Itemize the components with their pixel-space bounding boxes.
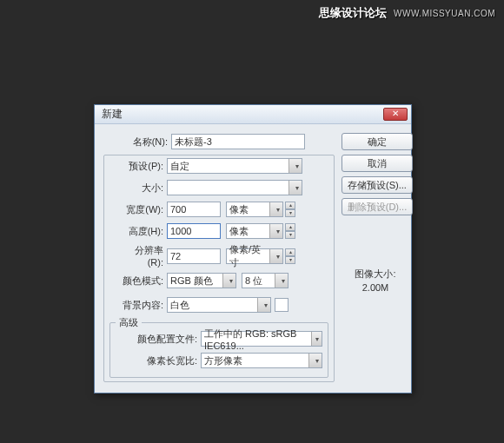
width-unit-value: 像素 [229, 203, 249, 216]
width-stepper[interactable]: ▴▾ [285, 202, 295, 217]
resolution-stepper[interactable]: ▴▾ [285, 248, 295, 264]
watermark-text: 思缘设计论坛 [319, 6, 387, 19]
colormode-select[interactable]: RGB 颜色 ▾ [167, 273, 236, 288]
name-input[interactable] [171, 134, 305, 149]
preset-label: 预设(P): [109, 160, 167, 173]
save-preset-button[interactable]: 存储预设(S)... [342, 176, 413, 194]
chevron-down-icon: ▾ [276, 206, 280, 214]
bg-color-swatch[interactable] [275, 298, 288, 312]
profile-label: 颜色配置文件: [116, 333, 201, 346]
image-size-value: 2.00M [342, 282, 409, 293]
new-document-dialog: 新建 ✕ 名称(N): 预设(P): 自定 ▾ 大小: [94, 104, 412, 393]
bitdepth-value: 8 位 [245, 274, 262, 288]
dialog-title: 新建 [102, 107, 123, 122]
profile-select[interactable]: 工作中的 RGB: sRGB IEC619... ▾ [201, 331, 322, 347]
preset-select[interactable]: 自定 ▾ [167, 158, 302, 174]
ok-button[interactable]: 确定 [342, 133, 413, 150]
image-size-label: 图像大小: [342, 268, 409, 281]
bgcontent-select[interactable]: 白色 ▾ [167, 297, 271, 313]
preset-group: 预设(P): 自定 ▾ 大小: ▾ 宽度(W): [103, 155, 335, 382]
height-unit-select[interactable]: 像素 ▾ [226, 223, 283, 239]
aspect-select[interactable]: 方形像素 ▾ [201, 353, 322, 368]
height-label: 高度(H): [120, 225, 167, 238]
chevron-down-icon: ▾ [315, 357, 319, 365]
size-label: 大小: [120, 182, 167, 195]
width-input[interactable] [167, 202, 221, 217]
chevron-down-icon: ▾ [276, 253, 280, 261]
image-size-info: 图像大小: 2.00M [342, 268, 409, 293]
size-select[interactable]: ▾ [167, 180, 302, 195]
bitdepth-select[interactable]: 8 位 ▾ [242, 273, 288, 288]
colormode-value: RGB 颜色 [170, 274, 213, 288]
resolution-unit-select[interactable]: 像素/英寸 ▾ [226, 248, 283, 264]
cancel-button[interactable]: 取消 [342, 155, 413, 172]
chevron-down-icon: ▾ [282, 277, 285, 285]
resolution-unit-value: 像素/英寸 [229, 243, 269, 269]
width-unit-select[interactable]: 像素 ▾ [226, 202, 283, 217]
aspect-value: 方形像素 [204, 354, 242, 367]
titlebar[interactable]: 新建 ✕ [95, 105, 411, 124]
chevron-down-icon: ▾ [276, 228, 280, 235]
chevron-down-icon: ▾ [229, 277, 233, 285]
height-input[interactable] [167, 223, 221, 239]
chevron-down-icon: ▾ [295, 162, 299, 170]
chevron-down-icon: ▾ [264, 301, 268, 309]
resolution-label: 分辨率(R): [120, 244, 167, 268]
resolution-input[interactable] [167, 248, 221, 264]
colormode-label: 颜色模式: [120, 274, 167, 288]
close-button[interactable]: ✕ [383, 108, 408, 121]
width-label: 宽度(W): [120, 203, 167, 216]
bgcontent-value: 白色 [170, 299, 189, 312]
height-stepper[interactable]: ▴▾ [285, 223, 295, 239]
preset-value: 自定 [170, 160, 189, 173]
bgcontent-label: 背景内容: [120, 299, 167, 312]
advanced-legend: 高级 [116, 316, 142, 329]
aspect-label: 像素长宽比: [116, 354, 201, 367]
delete-preset-button: 删除预设(D)... [342, 198, 413, 215]
height-unit-value: 像素 [229, 225, 249, 238]
profile-value: 工作中的 RGB: sRGB IEC619... [204, 327, 311, 351]
chevron-down-icon: ▾ [315, 335, 319, 343]
watermark: 思缘设计论坛 WWW.MISSYUAN.COM [319, 5, 495, 21]
advanced-group: 高级 颜色配置文件: 工作中的 RGB: sRGB IEC619... ▾ 像素… [109, 322, 328, 378]
chevron-down-icon: ▾ [295, 184, 299, 192]
watermark-url: WWW.MISSYUAN.COM [394, 9, 495, 18]
name-label: 名称(N): [103, 136, 171, 149]
